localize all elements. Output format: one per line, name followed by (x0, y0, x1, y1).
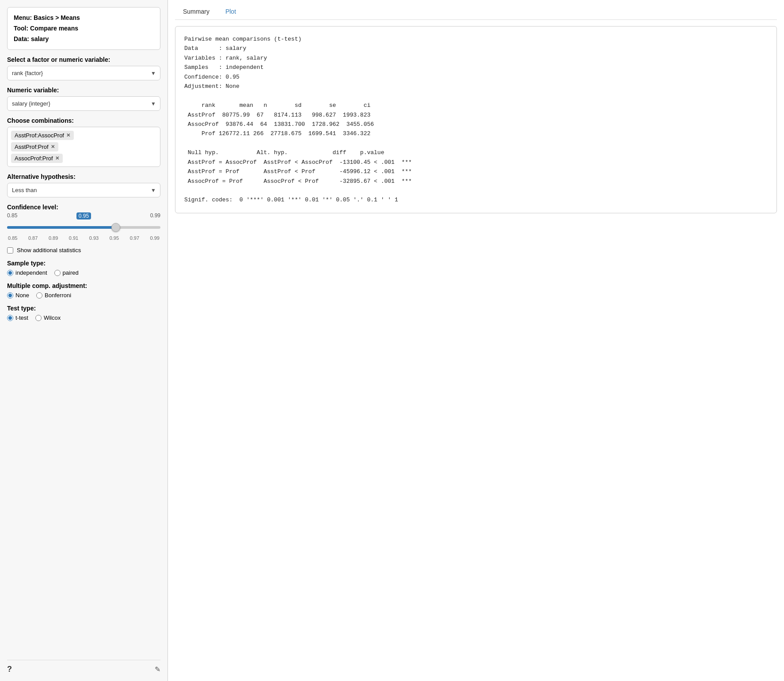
factor-dropdown-wrapper: rank {factor} ▼ (7, 66, 160, 80)
factor-dropdown[interactable]: rank {factor} (7, 66, 160, 80)
test-type-wilcox-radio[interactable] (35, 315, 42, 321)
numeric-section: Numeric variable: salary {integer} ▼ (7, 87, 160, 111)
alt-hypothesis-dropdown-wrapper: Less than ▼ (7, 183, 160, 197)
combinations-label: Choose combinations: (7, 117, 160, 124)
adjustment-none[interactable]: None (7, 292, 29, 299)
adjustment-bonferroni[interactable]: Bonferroni (36, 292, 71, 299)
tag-0[interactable]: AsstProf:AssocProf ✕ (11, 131, 74, 140)
combinations-section: Choose combinations: AsstProf:AssocProf … (7, 117, 160, 167)
slider-ticks: 0.85 0.87 0.89 0.91 0.93 0.95 0.97 0.99 (7, 235, 160, 241)
alt-hypothesis-dropdown[interactable]: Less than (7, 183, 160, 197)
tag-close-1[interactable]: ✕ (51, 144, 55, 150)
adjustment-label: Multiple comp. adjustment: (7, 282, 160, 289)
adjustment-none-label: None (15, 292, 29, 299)
slider-container[interactable] (7, 221, 160, 234)
tab-summary[interactable]: Summary (175, 4, 217, 19)
show-additional-checkbox[interactable] (7, 247, 13, 253)
tag-label-2: AssocProf:Prof (15, 155, 53, 162)
slider-labels-top: 0.85 0.95 0.99 (7, 212, 160, 219)
tab-plot[interactable]: Plot (217, 4, 244, 19)
show-additional-row: Show additional statistics (7, 247, 160, 253)
adjustment-section: Multiple comp. adjustment: None Bonferro… (7, 282, 160, 299)
slider-track (7, 226, 160, 229)
bottom-bar: ? ✎ (7, 660, 160, 674)
output-box: Pairwise mean comparisons (t-test) Data … (175, 26, 777, 213)
left-panel: Menu: Basics > Means Tool: Compare means… (0, 0, 168, 681)
factor-section: Select a factor or numeric variable: ran… (7, 56, 160, 80)
sample-type-independent[interactable]: independent (7, 269, 47, 276)
sample-type-independent-radio[interactable] (7, 270, 13, 276)
sample-type-independent-label: independent (15, 269, 47, 276)
tabs: Summary Plot (175, 4, 777, 20)
sample-type-paired[interactable]: paired (54, 269, 79, 276)
test-type-radio-row: t-test Wilcox (7, 314, 160, 321)
slider-fill (7, 226, 119, 229)
test-type-ttest-label: t-test (15, 314, 28, 321)
numeric-dropdown[interactable]: salary {integer} (7, 96, 160, 111)
sample-type-label: Sample type: (7, 260, 160, 267)
sample-type-section: Sample type: independent paired (7, 260, 160, 276)
sample-type-paired-radio[interactable] (54, 270, 61, 276)
numeric-dropdown-wrapper: salary {integer} ▼ (7, 96, 160, 111)
combinations-box: AsstProf:AssocProf ✕ AsstProf:Prof ✕ Ass… (7, 127, 160, 167)
info-box: Menu: Basics > Means Tool: Compare means… (7, 7, 160, 50)
adjustment-none-radio[interactable] (7, 292, 13, 299)
adjustment-bonferroni-label: Bonferroni (45, 292, 71, 299)
tag-close-0[interactable]: ✕ (66, 132, 70, 138)
test-type-label: Test type: (7, 305, 160, 312)
tag-label-1: AsstProf:Prof (15, 144, 49, 150)
factor-label: Select a factor or numeric variable: (7, 56, 160, 63)
slider-thumb[interactable] (111, 223, 120, 232)
slider-max-label: 0.99 (150, 212, 160, 219)
info-line3: Data: salary (14, 34, 154, 45)
tag-2[interactable]: AssocProf:Prof ✕ (11, 154, 63, 163)
help-button[interactable]: ? (7, 665, 12, 674)
test-type-wilcox[interactable]: Wilcox (35, 314, 61, 321)
slider-min-label: 0.85 (7, 212, 17, 219)
sample-type-radio-row: independent paired (7, 269, 160, 276)
edit-button[interactable]: ✎ (155, 665, 160, 673)
right-panel: Summary Plot Pairwise mean comparisons (… (168, 0, 784, 681)
sample-type-paired-label: paired (63, 269, 79, 276)
slider-value-bubble: 0.95 (76, 212, 91, 219)
test-type-ttest[interactable]: t-test (7, 314, 28, 321)
show-additional-label[interactable]: Show additional statistics (17, 247, 81, 253)
confidence-label: Confidence level: (7, 204, 160, 211)
adjustment-bonferroni-radio[interactable] (36, 292, 42, 299)
alt-hypothesis-label: Alternative hypothesis: (7, 173, 160, 180)
tag-1[interactable]: AsstProf:Prof ✕ (11, 142, 58, 151)
test-type-section: Test type: t-test Wilcox (7, 305, 160, 321)
tag-label-0: AsstProf:AssocProf (15, 132, 64, 139)
tag-close-2[interactable]: ✕ (55, 155, 59, 161)
info-line2: Tool: Compare means (14, 23, 154, 34)
confidence-section: Confidence level: 0.85 0.95 0.99 0.85 0.… (7, 204, 160, 241)
info-line1: Menu: Basics > Means (14, 13, 154, 23)
alt-hypothesis-section: Alternative hypothesis: Less than ▼ (7, 173, 160, 197)
test-type-ttest-radio[interactable] (7, 315, 13, 321)
adjustment-radio-row: None Bonferroni (7, 292, 160, 299)
test-type-wilcox-label: Wilcox (44, 314, 61, 321)
numeric-label: Numeric variable: (7, 87, 160, 94)
